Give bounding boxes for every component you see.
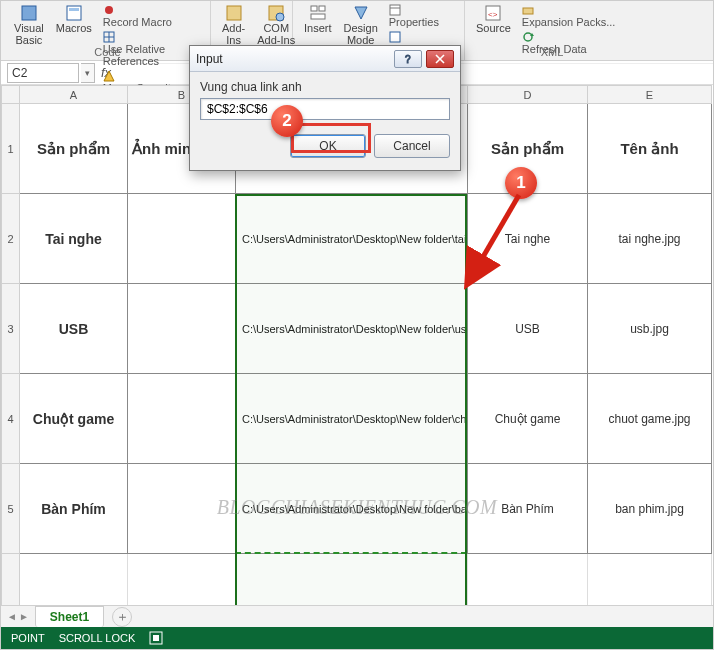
table-row[interactable]: 2 Tai nghe C:\Users\Administrator\Deskto… [2, 194, 712, 284]
svg-rect-15 [390, 5, 400, 15]
warning-icon [103, 70, 115, 82]
properties-icon [389, 4, 401, 16]
svg-marker-7 [104, 71, 114, 81]
properties-button[interactable]: Properties [387, 3, 445, 29]
group-code-label: Code [5, 44, 210, 60]
svg-text:<>: <> [488, 10, 498, 19]
svg-rect-8 [227, 6, 241, 20]
svg-rect-17 [390, 32, 400, 42]
svg-rect-11 [311, 6, 317, 11]
expansion-icon [522, 4, 534, 16]
addins-button[interactable]: Add- Ins [219, 3, 248, 47]
input-dialog: Input ? Vung chua link anh OK Cancel [189, 45, 461, 171]
status-bar: POINT SCROLL LOCK [1, 627, 713, 649]
table-row[interactable]: 4 Chuột game C:\Users\Administrator\Desk… [2, 374, 712, 464]
dialog-title: Input [196, 52, 390, 66]
table-row[interactable]: 3 USB C:\Users\Administrator\Desktop\New… [2, 284, 712, 374]
design-mode-button[interactable]: Design Mode [341, 3, 381, 47]
svg-rect-31 [153, 635, 159, 641]
svg-rect-13 [311, 14, 325, 19]
tab-nav-next[interactable]: ► [19, 611, 29, 622]
insert-controls-button[interactable]: Insert [301, 3, 335, 36]
macros-button[interactable]: Macros [53, 3, 95, 36]
expansion-packs-button[interactable]: Expansion Packs... [520, 3, 618, 29]
table-row[interactable]: 5 Bàn Phím C:\Users\Administrator\Deskto… [2, 464, 712, 554]
status-scroll-lock: SCROLL LOCK [59, 632, 136, 644]
svg-text:?: ? [405, 54, 411, 64]
close-icon [435, 54, 445, 64]
svg-rect-12 [319, 6, 325, 11]
macro-record-status-icon[interactable] [149, 631, 163, 645]
svg-rect-22 [523, 8, 533, 14]
svg-rect-0 [22, 6, 36, 20]
new-sheet-button[interactable]: ＋ [112, 607, 132, 627]
svg-point-23 [524, 33, 532, 41]
record-icon [103, 4, 115, 16]
com-addins-button[interactable]: COM Add-Ins [254, 3, 298, 47]
tab-nav-prev[interactable]: ◄ [7, 611, 17, 622]
xml-source-button[interactable]: <> Source [473, 3, 514, 36]
close-button[interactable] [426, 50, 454, 68]
status-mode: POINT [11, 632, 45, 644]
dialog-input[interactable] [200, 98, 450, 120]
table-row[interactable] [2, 554, 712, 606]
svg-marker-14 [355, 7, 367, 19]
group-xml-label: XML [467, 44, 637, 60]
ok-button[interactable]: OK [290, 134, 366, 158]
visual-basic-button[interactable]: Visual Basic [11, 3, 47, 47]
svg-point-10 [276, 13, 284, 21]
help-button[interactable]: ? [394, 50, 422, 68]
refresh-icon [522, 31, 534, 43]
sheet-tabs: ◄ ► Sheet1 ＋ [1, 605, 713, 627]
code-icon [389, 31, 401, 43]
svg-point-3 [105, 6, 113, 14]
cancel-button[interactable]: Cancel [374, 134, 450, 158]
sheet-tab-active[interactable]: Sheet1 [35, 606, 104, 627]
dialog-titlebar[interactable]: Input ? [190, 46, 460, 72]
record-macro-button[interactable]: Record Macro [101, 3, 204, 29]
svg-rect-2 [69, 8, 79, 11]
grid-icon [103, 31, 115, 43]
dialog-prompt: Vung chua link anh [200, 80, 450, 94]
